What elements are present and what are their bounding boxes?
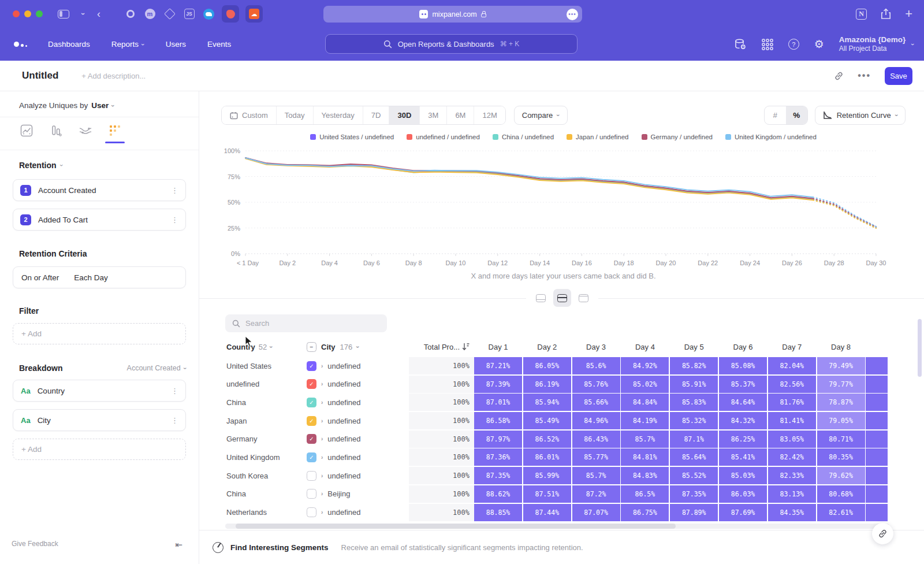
- breakdown-city[interactable]: Aa City ⋮: [13, 409, 186, 431]
- legend-item[interactable]: United Kingdom / undefined: [725, 133, 817, 140]
- tab-funnels[interactable]: [49, 123, 64, 138]
- global-search-button[interactable]: Open Reports & Dashboards ⌘ + K: [325, 34, 578, 54]
- expand-row-icon[interactable]: ›: [321, 418, 323, 424]
- new-tab-icon[interactable]: +: [905, 6, 912, 21]
- collapse-sidebar-icon[interactable]: ⇤: [175, 540, 182, 550]
- day-column-header[interactable]: Day 3: [572, 343, 620, 351]
- expand-row-icon[interactable]: ›: [321, 399, 323, 406]
- retention-section-header[interactable]: Retention›: [19, 161, 199, 170]
- save-button[interactable]: Save: [885, 67, 912, 85]
- split-view-toggle[interactable]: [553, 289, 571, 307]
- expand-row-icon[interactable]: ›: [321, 473, 323, 479]
- breakdown-event-selector[interactable]: Account Created›: [127, 364, 186, 372]
- legend-item[interactable]: United States / undefined: [310, 133, 394, 140]
- help-icon[interactable]: ?: [788, 39, 799, 50]
- select-all-checkbox[interactable]: −: [307, 342, 316, 352]
- tab-favicon-target[interactable]: [124, 8, 137, 21]
- project-switcher[interactable]: Amazonia {Demo} All Project Data ›: [839, 35, 914, 54]
- day-column-header[interactable]: Day 8: [817, 343, 865, 351]
- nav-users[interactable]: Users: [166, 40, 186, 49]
- series-checkbox[interactable]: ✓: [307, 361, 316, 371]
- table-search-input[interactable]: Search: [225, 314, 387, 332]
- tab-favicon-bird[interactable]: [202, 8, 215, 21]
- kebab-menu-icon[interactable]: ⋮: [171, 387, 178, 395]
- range-yesterday[interactable]: Yesterday: [314, 106, 363, 124]
- legend-item[interactable]: undefined / undefined: [407, 133, 480, 140]
- criteria-mode[interactable]: On or After: [21, 273, 59, 282]
- day-column-header[interactable]: Day 6: [719, 343, 767, 351]
- series-checkbox[interactable]: ✓: [307, 416, 316, 426]
- horizontal-scrollbar[interactable]: [225, 524, 889, 529]
- range-30d[interactable]: 30D: [389, 106, 420, 124]
- tab-favicon-js[interactable]: JS: [182, 8, 196, 21]
- range-today[interactable]: Today: [277, 106, 314, 124]
- day-column-header[interactable]: Day 5: [670, 343, 718, 351]
- kebab-menu-icon[interactable]: ⋮: [171, 216, 178, 224]
- sidebar-toggle-icon[interactable]: [58, 10, 69, 18]
- share-link-floating-button[interactable]: [872, 523, 893, 544]
- legend-item[interactable]: China / undefined: [493, 133, 554, 140]
- compare-button[interactable]: Compare›: [514, 106, 568, 125]
- tab-retention[interactable]: [107, 123, 122, 138]
- segments-title[interactable]: Find Interesting Segments: [230, 543, 329, 552]
- series-checkbox[interactable]: [307, 471, 316, 481]
- country-column-header[interactable]: Country 52 ›: [199, 343, 307, 351]
- series-checkbox[interactable]: ✓: [307, 434, 316, 444]
- expand-row-icon[interactable]: ›: [321, 381, 323, 387]
- share-icon[interactable]: [881, 8, 891, 20]
- tab-favicon-reader[interactable]: [222, 5, 239, 23]
- step-account-created[interactable]: 1 Account Created ⋮: [13, 179, 186, 201]
- tab-favicon-cube[interactable]: [163, 8, 176, 21]
- settings-gear-icon[interactable]: ⚙: [814, 38, 824, 51]
- nav-dashboards[interactable]: Dashboards: [48, 40, 90, 49]
- kebab-menu-icon[interactable]: ⋮: [171, 416, 178, 425]
- expand-row-icon[interactable]: ›: [321, 436, 323, 442]
- back-icon[interactable]: ‹: [97, 8, 100, 20]
- analyze-value[interactable]: User: [91, 101, 109, 110]
- report-title[interactable]: Untitled: [22, 70, 58, 81]
- table-only-toggle[interactable]: [575, 289, 593, 307]
- chevron-down-icon[interactable]: ›: [79, 13, 87, 15]
- unit-percent-toggle[interactable]: %: [786, 106, 807, 124]
- criteria-interval[interactable]: Each Day: [74, 273, 108, 282]
- more-options-icon[interactable]: •••: [858, 70, 871, 81]
- filter-add-button[interactable]: + Add: [13, 323, 186, 344]
- series-checkbox[interactable]: ✓: [307, 452, 316, 462]
- range-custom[interactable]: Custom: [222, 106, 277, 124]
- series-checkbox[interactable]: ✓: [307, 398, 316, 407]
- series-checkbox[interactable]: [307, 489, 316, 499]
- chart-only-toggle[interactable]: [532, 289, 550, 307]
- step-added-to-cart[interactable]: 2 Added To Cart ⋮: [13, 209, 186, 231]
- add-description[interactable]: + Add description...: [81, 72, 146, 80]
- day-column-header[interactable]: Day 7: [768, 343, 816, 351]
- day-column-header[interactable]: Day 2: [523, 343, 571, 351]
- nav-events[interactable]: Events: [207, 40, 231, 49]
- tab-insights[interactable]: [19, 123, 34, 138]
- criteria-selector[interactable]: On or After Each Day: [13, 266, 186, 288]
- page-options-icon[interactable]: •••: [567, 9, 578, 20]
- tab-flows[interactable]: [78, 123, 93, 138]
- copy-link-icon[interactable]: [834, 71, 844, 81]
- scrollbar-thumb[interactable]: [236, 524, 676, 529]
- city-column-header[interactable]: − City 176 ›: [307, 342, 409, 352]
- give-feedback-link[interactable]: Give Feedback: [12, 540, 58, 548]
- view-mode-dropdown[interactable]: Retention Curve›: [815, 106, 906, 125]
- day-column-header[interactable]: Day 4: [621, 343, 669, 351]
- zoom-window-button[interactable]: [36, 10, 43, 17]
- total-column-header[interactable]: Total Pro...: [409, 343, 474, 351]
- series-checkbox[interactable]: ✓: [307, 379, 316, 389]
- nav-reports[interactable]: Reports›: [111, 40, 144, 49]
- notion-extension-icon[interactable]: N: [856, 9, 867, 20]
- expand-row-icon[interactable]: ›: [321, 454, 323, 461]
- tab-favicon-m[interactable]: m: [143, 8, 157, 21]
- legend-item[interactable]: Japan / undefined: [567, 133, 628, 140]
- day-column-header[interactable]: Day 1: [474, 343, 522, 351]
- minimize-window-button[interactable]: [24, 10, 31, 17]
- range-3m[interactable]: 3M: [420, 106, 447, 124]
- expand-row-icon[interactable]: ›: [321, 491, 323, 497]
- retention-line-chart[interactable]: 100%75%50%25%0%< 1 DayDay 2Day 4Day 6Day…: [221, 146, 906, 270]
- series-checkbox[interactable]: [307, 507, 316, 517]
- unit-count-toggle[interactable]: #: [765, 106, 786, 124]
- expand-row-icon[interactable]: ›: [321, 509, 323, 515]
- apps-grid-icon[interactable]: [762, 39, 773, 50]
